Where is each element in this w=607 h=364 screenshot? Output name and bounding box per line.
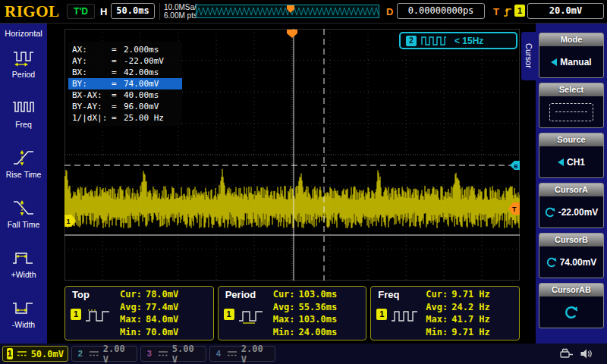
sidebar-item-label: Period [12,70,35,79]
plus-width-icon [11,247,36,268]
channel-3-status[interactable]: 3 5.00 V [140,346,206,362]
sidebar-item-label: +Width [11,270,36,279]
delay-value[interactable]: 0.00000000ps [397,3,485,19]
menu-item-header: Source [539,133,603,146]
menu-item-cursor-a[interactable]: CursorA -22.00mV [539,183,604,228]
menu-item-select[interactable]: Select [539,83,604,128]
channel-scale: 50.0mV [31,349,64,359]
knob-rotate-icon [565,306,578,319]
horizontal-label: H [100,6,107,17]
fall-time-icon [11,197,36,218]
trigger-slope-icon [502,5,513,18]
sidebar-item-plus-width[interactable]: +Width [0,238,47,288]
panel-title: Top [72,289,90,300]
delay-label: D [386,6,393,17]
channel-number-badge: 4 [214,348,223,359]
menu-item-header: CursorAB [539,284,603,297]
readout-row-bxax: BX-AX:=40.00ms [68,89,182,101]
sample-rate: 10.0MSa/s [164,3,200,11]
channel-scale: 2.00 V [241,344,271,364]
knob-rotate-icon [546,257,557,268]
menu-item-cursor-b[interactable]: CursorB 74.00mV [539,233,604,278]
menu-item-cursor-ab[interactable]: CursorAB [539,283,604,328]
horizontal-position-strip[interactable] [196,5,379,18]
coupling-icon [89,350,99,357]
measure-panel-top: Top 1 Cur:78.0mV Avg:77.4mV Max:84.0mV M… [64,286,214,340]
readout-row-inv-dx: 1/|dX|:=25.00 Hz [68,112,182,124]
menu-item-header: CursorB [539,234,603,246]
sidebar-item-label: Rise Time [6,170,42,179]
top-measure-icon [84,307,113,324]
panel-channel-badge: 1 [71,309,81,320]
menu-item-header: Select [539,83,603,96]
coupling-icon [158,350,168,357]
panel-title: Period [225,289,256,300]
waveform-display-area: 1 T B AX:=2.000ms AY:=-22.00mV BX:=42.00… [47,24,522,344]
sidebar-item-fall-time[interactable]: Fall Time [0,188,47,238]
cursor-line-select-icon [549,103,593,121]
menu-tab-cursor[interactable]: Cursor [521,32,536,80]
menu-item-value: CH1 [567,157,585,168]
minus-width-icon [11,297,36,318]
rigol-logo: RIGOL [5,2,60,21]
acquisition-info: 10.0MSa/s 6.00M pts [159,3,200,20]
channel-status-bar: 1 50.0mV 2 2.00 V 3 5.00 V 4 [0,344,607,364]
readout-row-ay: AY:=-22.00mV [68,55,182,67]
oscilloscope-screen: RIGOL T'D H 50.0ms 10.0MSa/s 6.00M pts D… [0,0,607,364]
trigger-source-badge[interactable]: 1 [514,5,525,17]
channel-scale: 5.00 V [172,344,202,364]
readout-row-ax: AX:=2.000ms [68,44,182,55]
channel-4-status[interactable]: 4 2.00 V [209,346,275,362]
panel-title: Freq [378,289,399,300]
menu-item-source[interactable]: Source CH1 [539,133,604,178]
sidebar-item-minus-width[interactable]: -Width [0,288,47,338]
freq-icon [11,97,36,118]
measure-panel-period: Period 1 Cur:103.0ms Avg:55.36ms Max:103… [218,286,367,340]
trigger-position-marker[interactable] [287,30,297,38]
cursor-b-marker-label: B [514,164,518,169]
top-status-bar: RIGOL T'D H 50.0ms 10.0MSa/s 6.00M pts D… [0,0,607,24]
frequency-counter-badge: 2 < 15Hz [399,32,517,49]
speaker-icon[interactable] [580,348,593,359]
sidebar-item-label: -Width [12,320,35,329]
channel-number-badge: 2 [76,348,85,359]
menu-item-value: Manual [560,57,591,67]
knob-rotate-icon [545,207,555,218]
square-wave-icon [421,36,447,46]
softkey-menu-panel: Mode Manual Select Source CH1 CursorA [536,24,607,344]
select-arrow-icon [558,158,564,166]
panel-values: Cur:9.71 Hz Avg:24.2 Hz Max:41.7 Hz Min:… [426,289,489,339]
ch1-waveform [64,169,520,228]
measurement-panels: Top 1 Cur:78.0mV Avg:77.4mV Max:84.0mV M… [64,286,520,340]
readout-row-by-highlighted: BY:=74.00mV [68,78,182,89]
readout-row-byay: BY-AY:=96.00mV [68,101,182,112]
coupling-icon [17,350,27,357]
measure-panel-freq: Freq 1 Cur:9.71 Hz Avg:24.2 Hz Max:41.7 … [370,286,520,340]
trigger-level-value[interactable]: 20.0mV [527,3,604,19]
sidebar-item-freq[interactable]: Freq [0,88,47,138]
memory-depth: 6.00M pts [164,11,200,20]
channel-1-status[interactable]: 1 50.0mV [2,346,68,362]
menu-item-header: Mode [539,33,603,46]
trigger-label: T [493,6,499,17]
panel-channel-badge: 1 [376,309,387,320]
sidebar-item-label: Fall Time [8,220,40,229]
sidebar-item-period[interactable]: Period [0,38,47,88]
sidebar-item-rise-time[interactable]: Rise Time [0,138,47,188]
menu-item-header: CursorA [539,184,603,196]
freq-counter-value: < 15Hz [454,36,483,46]
timebase-value[interactable]: 50.0ms [111,3,155,19]
panel-values: Cur:103.0ms Avg:55.36ms Max:103.0ms Min:… [273,289,337,339]
period-measure-icon [237,307,266,324]
channel-2-status[interactable]: 2 2.00 V [71,346,137,362]
period-icon [11,47,36,67]
sidebar-title: Horizontal [0,24,47,38]
freq-measure-icon [390,307,419,324]
measure-sidebar: Horizontal Period Freq Rise Tim [0,24,47,344]
channel-scale: 2.00 V [103,344,133,364]
channel-number-badge: 3 [145,348,154,359]
menu-item-mode[interactable]: Mode Manual [539,33,604,78]
cursor-readout-panel: AX:=2.000ms AY:=-22.00mV BX:=42.00ms BY:… [68,42,182,126]
channel-number-badge: 1 [7,348,13,359]
trigger-status-badge: T'D [67,4,95,19]
